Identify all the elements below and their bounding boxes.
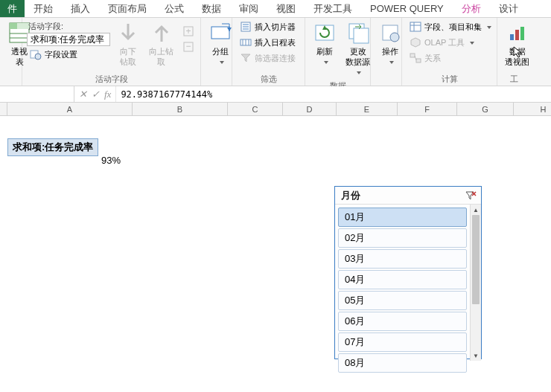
slicer-item[interactable]: 03月 <box>338 249 467 269</box>
svg-rect-15 <box>243 26 249 28</box>
svg-point-26 <box>390 33 399 42</box>
clear-filter-icon[interactable] <box>465 190 477 201</box>
relations-button: 关系 <box>407 51 494 65</box>
svg-rect-14 <box>243 24 249 25</box>
pivot-value-cell[interactable]: 93% <box>7 153 125 167</box>
formula-input[interactable] <box>116 86 551 102</box>
tab-8[interactable]: POWER QUERY <box>361 0 453 17</box>
slicer[interactable]: 月份 01月02月03月04月05月06月07月08月 ▲ ▼ <box>334 186 482 359</box>
tab-7[interactable]: 开发工具 <box>305 0 361 17</box>
svg-rect-27 <box>410 22 421 31</box>
slicer-item[interactable]: 05月 <box>338 291 467 310</box>
slicer-item[interactable]: 06月 <box>338 312 467 331</box>
drill-up-button: 向上钻 取 <box>146 19 176 68</box>
fields-items-sets-button[interactable]: 字段、项目和集 <box>407 19 494 34</box>
slicer-item[interactable]: 08月 <box>338 353 467 373</box>
tab-10[interactable]: 设计 <box>490 0 527 17</box>
svg-rect-11 <box>211 27 229 39</box>
pivot-chart-button[interactable]: 数据 透视图 <box>502 19 532 68</box>
svg-rect-24 <box>354 28 369 43</box>
slicer-item[interactable]: 04月 <box>338 270 467 289</box>
formula-accept-icon[interactable]: ✓ <box>92 89 100 100</box>
file-tab[interactable]: 件 <box>0 0 25 17</box>
group-label-calc: 计算 <box>407 72 492 86</box>
column-header[interactable]: E <box>337 103 398 115</box>
column-header[interactable]: G <box>457 103 514 115</box>
svg-text:−: − <box>185 41 191 51</box>
tab-2[interactable]: 页面布局 <box>99 0 156 17</box>
ribbon-tabbar: 件 开始插入页面布局公式数据审阅视图开发工具POWER QUERY分析设计 <box>0 0 551 18</box>
change-data-source-button[interactable]: 更改 数据源 <box>343 19 373 79</box>
svg-rect-1 <box>10 23 17 29</box>
tab-0[interactable]: 开始 <box>25 0 62 17</box>
column-header[interactable]: A <box>7 103 133 115</box>
slicer-title: 月份 <box>341 189 360 202</box>
tab-9[interactable]: 分析 <box>453 0 490 17</box>
select-all-corner[interactable] <box>0 103 7 115</box>
formula-cancel-icon[interactable]: ✕ <box>79 89 87 100</box>
svg-rect-30 <box>410 54 415 57</box>
insert-timeline-button[interactable]: 插入日程表 <box>237 35 299 50</box>
slicer-item[interactable]: 07月 <box>338 332 467 352</box>
svg-rect-34 <box>515 30 519 40</box>
fx-icon[interactable]: fx <box>104 89 111 100</box>
refresh-button[interactable]: 刷新 <box>310 19 340 68</box>
group-label-tools: 工 <box>502 72 526 86</box>
worksheet[interactable]: ABCDEFGH 求和项:任务完成率 93% 月份 01月02月03月04月05… <box>0 103 551 392</box>
olap-tools-button: OLAP 工具 <box>407 35 494 50</box>
name-box[interactable] <box>0 86 74 102</box>
column-header[interactable]: B <box>133 103 228 115</box>
drill-down-button: 向下钻取 <box>113 19 143 68</box>
active-field-input[interactable] <box>27 33 110 46</box>
group-label-active-field: 活动字段 <box>27 72 196 86</box>
column-header[interactable]: C <box>228 103 283 115</box>
scroll-down-arrow[interactable]: ▼ <box>471 350 481 361</box>
tab-1[interactable]: 插入 <box>62 0 99 17</box>
slicer-scrollbar[interactable]: ▲ ▼ <box>470 205 481 361</box>
svg-rect-33 <box>510 34 514 40</box>
slicer-item[interactable]: 01月 <box>338 208 467 227</box>
insert-slicer-button[interactable]: 插入切片器 <box>237 19 299 34</box>
tab-6[interactable]: 视图 <box>267 0 305 17</box>
filter-connections-button: 筛选器连接 <box>237 51 299 65</box>
slicer-item[interactable]: 02月 <box>338 228 467 248</box>
actions-button[interactable]: 操作 <box>375 19 405 68</box>
scroll-thumb[interactable] <box>472 215 480 304</box>
ribbon: 透视表 活动字段: 字段设置 向下钻取 向上钻 取 <box>0 18 551 86</box>
svg-rect-35 <box>520 27 524 40</box>
collapse-field-button: − <box>179 39 197 54</box>
svg-rect-31 <box>416 59 421 62</box>
expand-field-button: + <box>179 24 197 39</box>
svg-rect-16 <box>243 28 249 30</box>
formula-bar: ✕ ✓ fx <box>0 86 551 103</box>
column-header[interactable]: H <box>514 103 551 115</box>
active-field-title: 活动字段: <box>27 21 110 32</box>
svg-line-32 <box>415 56 416 60</box>
tab-4[interactable]: 数据 <box>193 0 230 17</box>
grouping-button[interactable]: 分组 <box>206 19 235 68</box>
field-settings-button[interactable]: 字段设置 <box>27 47 110 62</box>
svg-text:+: + <box>185 26 191 36</box>
column-header[interactable]: D <box>283 103 337 115</box>
column-header[interactable]: F <box>398 103 457 115</box>
group-label-filter: 筛选 <box>237 72 300 86</box>
tab-5[interactable]: 审阅 <box>230 0 267 17</box>
svg-point-6 <box>35 54 41 60</box>
tab-3[interactable]: 公式 <box>156 0 193 17</box>
scroll-up-arrow[interactable]: ▲ <box>471 205 481 215</box>
